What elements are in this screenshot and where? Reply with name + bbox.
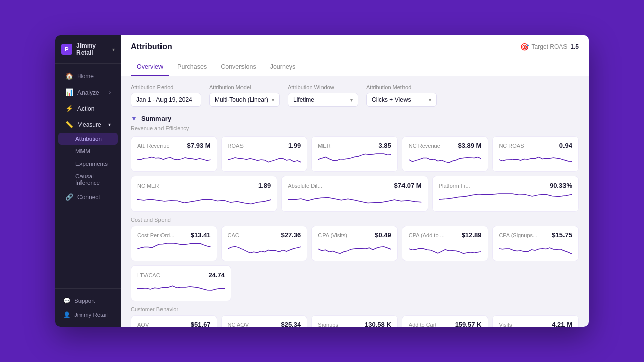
metric-name: LTV/CAC xyxy=(137,272,160,278)
ltv-metrics-grid: LTV/CAC 24.74 xyxy=(131,265,231,301)
sidebar-item-experiments[interactable]: Experiments xyxy=(58,158,118,170)
efficiency-metrics-grid: NC MER 1.89 Absolute Dif... $74.07 M Pla… xyxy=(131,176,579,212)
sidebar-item-measure[interactable]: 📏 Measure ▾ xyxy=(58,117,118,132)
sidebar-attribution-label: Attribution xyxy=(75,136,102,142)
filters-row: Attribution Period Jan 1 - Aug 19, 2024 … xyxy=(131,84,579,107)
metric-name: CPA (Signups... xyxy=(499,232,537,238)
metric-value: $0.49 xyxy=(375,231,391,239)
metric-chart xyxy=(318,152,391,166)
sparkline-chart xyxy=(137,152,211,166)
metric-card: LTV/CAC 24.74 xyxy=(131,265,231,301)
metric-card: Cost Per Ord... $13.41 xyxy=(131,226,217,261)
metric-value: 3.85 xyxy=(378,142,391,149)
metric-card: CPA (Add to ... $12.89 xyxy=(402,226,489,261)
sidebar-item-support[interactable]: 💬 Support xyxy=(58,294,118,308)
metric-card: NC AOV $25.34 xyxy=(221,315,308,327)
metric-chart xyxy=(228,242,301,256)
metric-chart xyxy=(288,192,421,206)
tab-journeys[interactable]: Journeys xyxy=(264,58,302,76)
metric-chart xyxy=(137,282,225,296)
metric-chart xyxy=(499,242,572,256)
sparkline-chart xyxy=(137,242,211,256)
sidebar-item-home[interactable]: 🏠 Home xyxy=(58,68,118,84)
analyze-icon: 📊 xyxy=(65,88,73,96)
metric-value: 159.57 K xyxy=(455,321,482,327)
metric-card: Signups 130.58 K xyxy=(311,315,398,327)
target-roas-icon: 🎯 xyxy=(520,43,529,51)
measure-icon: 📏 xyxy=(65,121,73,128)
filter-method-select[interactable]: Clicks + Views ▾ xyxy=(366,93,437,107)
sidebar-support-label: Support xyxy=(74,298,95,304)
summary-title: Summary xyxy=(141,115,171,122)
metric-value: 1.99 xyxy=(288,142,301,149)
sidebar-header[interactable]: P Jimmy Retail ▾ xyxy=(55,35,121,64)
filter-method-group: Attribution Method Clicks + Views ▾ xyxy=(366,84,437,107)
support-icon: 💬 xyxy=(63,297,70,304)
sparkline-chart xyxy=(409,242,482,256)
filter-model-label: Attribution Model xyxy=(209,84,280,90)
sidebar-footer: 💬 Support 👤 Jimmy Retail xyxy=(55,288,121,327)
metric-chart xyxy=(318,242,391,256)
sidebar-item-mmm[interactable]: MMM xyxy=(58,145,118,157)
metric-name: CPA (Add to ... xyxy=(409,232,445,238)
metric-header: NC AOV $25.34 xyxy=(228,321,301,327)
metric-header: MER 3.85 xyxy=(318,142,391,149)
metric-header: Platform Fr... 90.33% xyxy=(439,182,572,189)
metric-name: NC AOV xyxy=(228,322,249,327)
sparkline-chart xyxy=(409,152,482,166)
metric-card: CAC $27.36 xyxy=(221,226,308,261)
metric-header: ROAS 1.99 xyxy=(228,142,301,149)
sidebar-item-action-label: Action xyxy=(77,105,94,112)
tab-conversions[interactable]: Conversions xyxy=(215,58,262,76)
sidebar-item-measure-label: Measure xyxy=(77,121,101,128)
sparkline-chart xyxy=(228,152,301,166)
metric-chart xyxy=(499,152,572,166)
model-chevron-icon: ▾ xyxy=(272,97,274,103)
metric-name: Cost Per Ord... xyxy=(137,232,174,238)
sparkline-chart xyxy=(318,242,391,256)
metric-value: $12.89 xyxy=(462,231,482,239)
sidebar-item-causal[interactable]: Causal Inference xyxy=(58,170,118,189)
window-chevron-icon: ▾ xyxy=(350,97,353,103)
metric-card: CPA (Visits) $0.49 xyxy=(311,226,398,261)
sidebar-item-action[interactable]: ⚡ Action xyxy=(58,101,118,116)
metric-card: MER 3.85 xyxy=(311,136,398,172)
sparkline-chart xyxy=(439,192,572,206)
filter-window-select[interactable]: Lifetime ▾ xyxy=(288,93,358,107)
sidebar-experiments-label: Experiments xyxy=(75,161,108,167)
metric-name: AOV xyxy=(137,322,149,327)
metric-name: NC MER xyxy=(137,183,159,189)
filter-model-select[interactable]: Multi-Touch (Linear) ▾ xyxy=(209,93,280,107)
metric-chart xyxy=(228,152,301,166)
sidebar-item-attribution[interactable]: Attribution xyxy=(58,133,118,145)
sidebar-item-connect[interactable]: 🔗 Connect xyxy=(58,189,118,205)
measure-chevron-icon: ▾ xyxy=(108,122,111,127)
metric-card: ROAS 1.99 xyxy=(221,136,308,172)
metric-header: Signups 130.58 K xyxy=(318,321,391,327)
metric-name: Platform Fr... xyxy=(439,183,470,189)
tab-purchases[interactable]: Purchases xyxy=(171,58,213,76)
sidebar-item-analyze[interactable]: 📊 Analyze › xyxy=(58,84,118,100)
filter-window-group: Attribution Window Lifetime ▾ xyxy=(288,84,358,107)
metric-header: CPA (Add to ... $12.89 xyxy=(409,231,482,239)
metric-header: Cost Per Ord... $13.41 xyxy=(137,231,211,239)
metric-value: $13.41 xyxy=(191,231,211,239)
summary-toggle[interactable]: ▼ xyxy=(131,115,137,122)
tab-overview[interactable]: Overview xyxy=(131,58,169,76)
sparkline-chart xyxy=(228,242,301,256)
metric-value: 24.74 xyxy=(208,271,225,279)
filter-window-label: Attribution Window xyxy=(288,84,358,90)
metric-name: CAC xyxy=(228,232,239,238)
metric-name: Visits xyxy=(499,322,512,327)
analyze-chevron-icon: › xyxy=(109,89,111,95)
behavior-label: Customer Behavior xyxy=(131,306,579,312)
summary-header: ▼ Summary xyxy=(131,115,579,122)
cost-metrics-grid: Cost Per Ord... $13.41 CAC $27.36 CPA (V… xyxy=(131,226,579,261)
home-icon: 🏠 xyxy=(65,72,73,80)
metric-card: NC Revenue $3.89 M xyxy=(402,136,489,172)
filter-period-select[interactable]: Jan 1 - Aug 19, 2024 xyxy=(131,93,201,107)
metric-value: $15.75 xyxy=(552,231,572,239)
sparkline-chart xyxy=(499,242,572,256)
metric-chart xyxy=(439,192,572,206)
sidebar-item-user[interactable]: 👤 Jimmy Retail xyxy=(58,308,118,322)
